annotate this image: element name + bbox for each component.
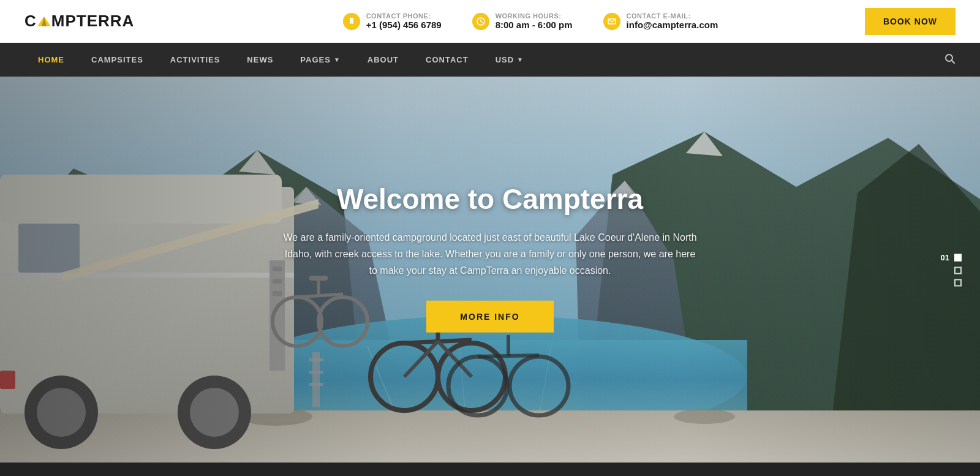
slide-indicators: 01 (941, 253, 962, 287)
slide-number: 01 (941, 253, 962, 262)
svg-line-9 (952, 60, 955, 63)
booking-bar: Check-in* Check-out* Unit type — Tent RV (0, 463, 980, 476)
phone-contact: Contact phone: +1 (954) 456 6789 (343, 12, 442, 30)
top-bar: CMPTERRA Contact phone: +1 (954) 456 678… (0, 0, 980, 43)
nav-item-campsites[interactable]: CAMPSITES (78, 43, 157, 77)
search-icon[interactable] (944, 53, 956, 67)
svg-line-6 (481, 21, 483, 23)
book-now-button[interactable]: BOOK NOW (865, 8, 956, 35)
nav-item-pages[interactable]: PAGES ▼ (287, 43, 353, 77)
hero-title: Welcome to Campterra (282, 183, 698, 216)
email-label: Contact e-mail: (627, 12, 718, 20)
slide-indicator-2 (954, 267, 962, 274)
contact-info: Contact phone: +1 (954) 456 6789 Working… (196, 12, 865, 30)
logo[interactable]: CMPTERRA (24, 12, 196, 31)
email-contact: Contact e-mail: info@campterra.com (603, 12, 718, 30)
nav-item-contact[interactable]: CONTACT (412, 43, 482, 77)
more-info-button[interactable]: MORE INFO (426, 300, 553, 332)
nav-items: HOME CAMPSITES ACTIVITIES NEWS PAGES ▼ A… (24, 43, 944, 77)
slide-dot-2[interactable] (954, 267, 962, 274)
nav-item-home[interactable]: HOME (24, 43, 78, 77)
email-icon (603, 13, 620, 30)
hours-label: Working hours: (496, 12, 573, 20)
tent-icon (37, 15, 51, 28)
email-value: info@campterra.com (627, 20, 718, 30)
phone-value: +1 (954) 456 6789 (366, 20, 442, 30)
hours-contact: Working hours: 8:00 am - 6:00 pm (472, 12, 573, 30)
phone-label: Contact phone: (366, 12, 442, 20)
slide-indicator-3 (954, 279, 962, 287)
nav-item-usd[interactable]: USD ▼ (482, 43, 537, 77)
nav-item-news[interactable]: NEWS (233, 43, 287, 77)
nav-item-about[interactable]: ABOUT (354, 43, 412, 77)
logo-text: CMPTERRA (24, 12, 134, 31)
clock-icon (472, 13, 489, 30)
pages-arrow: ▼ (334, 56, 341, 63)
navigation: HOME CAMPSITES ACTIVITIES NEWS PAGES ▼ A… (0, 43, 980, 77)
hours-value: 8:00 am - 6:00 pm (496, 20, 573, 30)
slide-dot-3[interactable] (954, 279, 962, 287)
phone-icon (343, 13, 360, 30)
svg-rect-3 (350, 23, 352, 23)
slide-dot-1[interactable] (954, 254, 962, 261)
hero-subtitle: We are a family-oriented campground loca… (282, 229, 698, 279)
hero-section: Welcome to Campterra We are a family-ori… (0, 77, 980, 463)
usd-arrow: ▼ (517, 56, 524, 63)
nav-item-activities[interactable]: ACTIVITIES (157, 43, 234, 77)
hero-content: Welcome to Campterra We are a family-ori… (282, 183, 698, 333)
